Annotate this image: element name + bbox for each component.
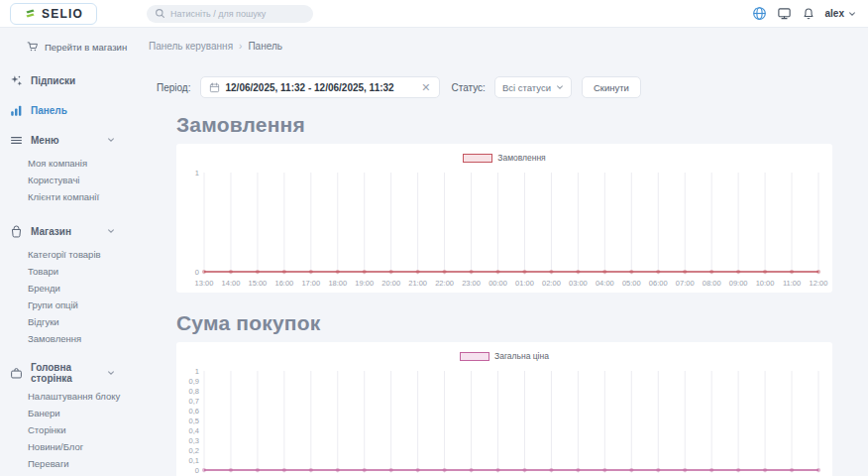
store-link-label: Перейти в магазин [45,42,127,53]
purchase-sum-chart-section: Сума покупок Загальна ціна 13:0014:0015:… [139,311,868,476]
sidebar-subitem[interactable]: Групи опцій [0,297,139,313]
status-select[interactable]: Всі статуси [494,76,572,98]
breadcrumb-current: Панель [248,41,282,52]
chart-legend[interactable]: Замовлення [178,144,830,165]
sidebar-subitem[interactable]: Банери [0,405,139,421]
sidebar-nav: ПідпискиПанельМенюМоя компаніяКористувач… [0,65,139,476]
sidebar-subitem[interactable]: Клієнти компанії [0,188,139,205]
sidebar-item-label: Підписки [31,75,75,86]
svg-text:08:00: 08:00 [703,279,721,288]
svg-text:0,4: 0,4 [189,426,199,435]
user-name: alex [825,8,844,19]
selio-logo-icon [24,7,37,20]
svg-text:0,8: 0,8 [189,387,199,396]
svg-text:03:00: 03:00 [569,279,588,288]
period-value: 12/06/2025, 11:32 - 12/06/2025, 11:32 [226,82,416,93]
hamburger-icon [10,134,23,147]
svg-text:01:00: 01:00 [515,279,534,288]
orders-chart-card: Замовлення 13:0014:0015:0016:0017:0018:0… [176,144,832,293]
shopping-bag-icon [10,225,23,238]
legend-swatch [460,352,489,361]
search-input[interactable]: Натисніть / для пошуку [147,5,313,23]
sidebar-subitem[interactable]: Бренди [0,280,139,297]
breadcrumb-link[interactable]: Панель керування [149,41,233,52]
svg-text:12:00: 12:00 [810,279,828,288]
orders-line-chart: 13:0014:0015:0016:0017:0018:0019:0020:00… [178,166,830,289]
bell-icon[interactable] [802,7,815,21]
sidebar-item-label: Головна сторінка [31,362,99,384]
calendar-icon [209,82,220,93]
chevron-down-icon [107,369,115,377]
sidebar-subitem[interactable]: Категорії товарів [0,246,139,263]
sidebar-subitem[interactable]: Відгуки [0,313,139,330]
svg-text:11:00: 11:00 [783,279,801,288]
purchase-sum-line-chart: 13:0014:0015:0016:0017:0018:0019:0020:00… [178,364,830,476]
sidebar-item-label: Магазин [31,226,71,237]
sidebar-item-label: Меню [31,135,58,146]
sidebar-item-subscriptions[interactable]: Підписки [0,65,139,95]
svg-text:10:00: 10:00 [756,279,775,288]
svg-text:07:00: 07:00 [676,279,695,288]
section-title-purchase-sum: Сума покупок [176,311,832,335]
period-label: Період: [157,82,191,93]
chevron-down-icon [107,136,115,144]
sidebar-item-label: Панель [31,105,67,116]
sidebar-item-shop[interactable]: Магазин [0,216,139,246]
clear-period-icon[interactable]: ✕ [421,82,430,93]
briefcase-icon [10,367,23,380]
sidebar-item-dashboard[interactable]: Панель [0,95,139,125]
chart-legend[interactable]: Загальна ціна [178,342,830,363]
svg-text:16:00: 16:00 [274,279,293,288]
breadcrumb-separator: › [239,41,242,52]
legend-label: Загальна ціна [494,351,549,361]
legend-swatch [463,154,492,163]
sidebar-subitem[interactable]: Переваги [0,455,139,472]
sidebar-store-link[interactable]: Перейти в магазин [0,35,139,59]
sidebar-sublist-menu: Моя компаніяКористувачіКлієнти компанії [0,155,139,205]
bar-chart-icon [10,104,23,117]
svg-text:0: 0 [195,466,199,475]
svg-text:13:00: 13:00 [195,279,214,288]
sidebar: Перейти в магазин ПідпискиПанельМенюМоя … [0,28,139,476]
svg-text:04:00: 04:00 [596,279,614,288]
cart-icon [27,41,39,53]
user-menu[interactable]: alex [825,8,856,19]
filter-bar: Період: 12/06/2025, 11:32 - 12/06/2025, … [157,76,868,98]
svg-text:21:00: 21:00 [408,279,427,288]
top-bar: SELIO Натисніть / для пошуку alex [0,0,868,28]
period-input[interactable]: 12/06/2025, 11:32 - 12/06/2025, 11:32 ✕ [200,76,440,98]
svg-text:0,1: 0,1 [189,456,199,465]
logo[interactable]: SELIO [10,3,97,25]
svg-text:15:00: 15:00 [249,279,268,288]
sidebar-item-menu[interactable]: Меню [0,125,139,155]
svg-text:05:00: 05:00 [622,279,641,288]
globe-icon[interactable] [752,6,767,21]
sidebar-subitem[interactable]: Сторінки [0,421,139,438]
svg-text:17:00: 17:00 [301,279,320,288]
main-content: Панель керування › Панель Період: 12/06/… [139,28,868,476]
sidebar-subitem[interactable]: Замовлення [0,330,139,347]
svg-text:0,9: 0,9 [189,377,199,386]
sidebar-subitem[interactable]: Моя компанія [0,155,139,172]
monitor-icon[interactable] [777,6,792,21]
sidebar-subitem[interactable]: Новини/Блог [0,438,139,455]
sidebar-subitem[interactable]: Товари [0,263,139,280]
svg-text:02:00: 02:00 [542,279,561,288]
svg-text:06:00: 06:00 [649,279,668,288]
orders-chart-section: Замовлення Замовлення 13:0014:0015:0016:… [139,113,868,293]
chevron-down-icon [556,83,564,91]
svg-text:0,2: 0,2 [189,446,199,455]
svg-text:14:00: 14:00 [222,279,241,288]
reset-button[interactable]: Скинути [582,76,641,98]
svg-text:20:00: 20:00 [381,279,400,288]
svg-text:0,5: 0,5 [189,416,199,425]
sidebar-subitem[interactable]: Користувачі [0,172,139,188]
svg-text:0,6: 0,6 [189,407,199,416]
sidebar-item-homepage[interactable]: Головна сторінка [0,358,139,388]
svg-text:0,7: 0,7 [189,397,199,406]
sidebar-sublist-shop: Категорії товарівТовариБрендиГрупи опцій… [0,246,139,347]
search-placeholder: Натисніть / для пошуку [170,9,266,19]
sidebar-subitem[interactable]: Налаштування блоку [0,388,139,405]
status-label: Статус: [452,82,486,93]
svg-text:19:00: 19:00 [355,279,374,288]
